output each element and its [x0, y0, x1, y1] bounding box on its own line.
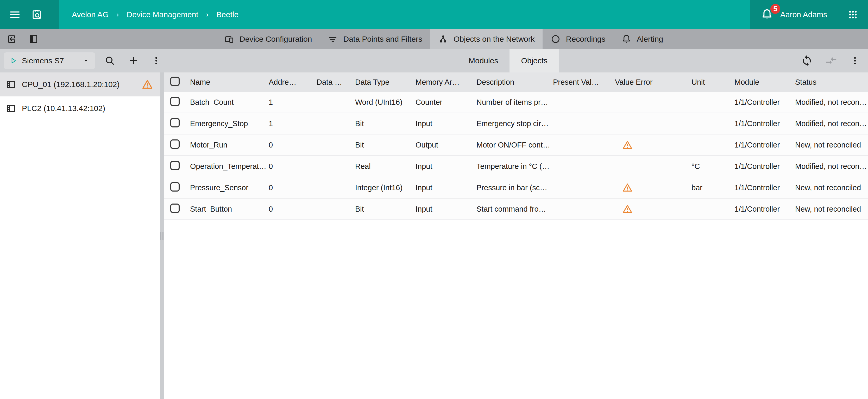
row-checkbox[interactable]: [170, 118, 180, 127]
table-row[interactable]: Emergency_Stop 1 Bit Input Emergency sto…: [164, 113, 868, 135]
cell-module: 1/1/Controller: [735, 141, 795, 149]
cell-status: New, not reconciled: [795, 205, 868, 213]
table-row[interactable]: Batch_Count 1 Word (UInt16) Counter Numb…: [164, 92, 868, 113]
select-all-checkbox[interactable]: [170, 77, 180, 86]
row-checkbox[interactable]: [170, 97, 180, 106]
tab-recordings[interactable]: Recordings: [542, 29, 613, 49]
tabbar-left-actions: [0, 34, 39, 45]
column-header-unit[interactable]: Unit: [691, 78, 735, 87]
cell-memory-area: Input: [415, 119, 476, 128]
filter-icon: [328, 34, 338, 44]
column-header-status[interactable]: Status: [795, 78, 868, 87]
row-checkbox[interactable]: [170, 161, 180, 170]
tab-device-configuration[interactable]: Device Configuration: [216, 29, 320, 49]
resize-handle-icon[interactable]: [161, 232, 163, 240]
cell-module: 1/1/Controller: [735, 205, 795, 213]
cell-module: 1/1/Controller: [735, 98, 795, 107]
bell-icon: [621, 34, 631, 44]
cell-description: Pressure in bar (sc…: [476, 183, 553, 192]
objects-toolbar: Siemens S7: [0, 49, 868, 73]
breadcrumb: Avelon AG › Device Management › Beetle: [59, 0, 750, 29]
driver-selector-value: Siemens S7: [22, 56, 64, 65]
cell-address: 0: [269, 183, 317, 192]
device-search-icon[interactable]: [31, 8, 43, 21]
table-row[interactable]: Operation_Temperat… 0 Real Input Tempera…: [164, 156, 868, 177]
tab-data-points-and-filters[interactable]: Data Points and Filters: [320, 29, 430, 49]
more-options-icon[interactable]: [151, 56, 161, 66]
sidebar-item-cpu01[interactable]: CPU_01 (192.168.1.20:102): [0, 73, 160, 96]
row-checkbox[interactable]: [170, 203, 180, 213]
breadcrumb-item-company[interactable]: Avelon AG: [72, 10, 108, 19]
add-object-icon[interactable]: [128, 55, 139, 66]
cell-memory-area: Output: [415, 141, 476, 149]
device-warning-icon: [142, 79, 153, 90]
column-header-data[interactable]: Data …: [317, 78, 355, 87]
user-name[interactable]: Aaron Adams: [780, 10, 827, 19]
column-header-name[interactable]: Name: [190, 78, 269, 87]
sidebar-item-plc2[interactable]: PLC2 (10.41.13.42:102): [0, 96, 160, 120]
table-row[interactable]: Start_Button 0 Bit Input Start command f…: [164, 199, 868, 220]
cell-description: Emergency stop cir…: [476, 119, 553, 128]
app-window: Avelon AG › Device Management › Beetle 5…: [0, 0, 868, 399]
top-app-bar: Avelon AG › Device Management › Beetle 5…: [0, 0, 868, 29]
cell-unit: bar: [691, 183, 735, 192]
notifications-button[interactable]: 5: [761, 8, 774, 21]
hamburger-menu-icon[interactable]: [9, 8, 21, 21]
device-label: PLC2 (10.41.13.42:102): [22, 104, 136, 113]
breadcrumb-separator: ›: [116, 10, 119, 19]
cell-address: 1: [269, 119, 317, 128]
value-error-warning-icon: [622, 140, 633, 150]
tab-alerting[interactable]: Alerting: [613, 29, 671, 49]
column-header-memory-area[interactable]: Memory Ar…: [415, 78, 476, 87]
device-section-tabs: Device Configuration Data Points and Fil…: [216, 29, 671, 49]
device-label: CPU_01 (192.168.1.20:102): [22, 80, 136, 89]
cell-data-type: Bit: [355, 119, 415, 128]
column-header-value-error[interactable]: Value Error: [615, 78, 691, 87]
toolbar-right-actions: [801, 49, 868, 73]
table-more-options-icon[interactable]: [850, 56, 860, 66]
devices-icon: [224, 34, 234, 44]
main-body: CPU_01 (192.168.1.20:102) PLC2 (10.41.13…: [0, 73, 868, 399]
tab-label: Objects on the Network: [454, 35, 535, 44]
sidebar-resize-divider[interactable]: [160, 73, 164, 399]
column-header-data-type[interactable]: Data Type: [355, 78, 415, 87]
cell-status: New, not reconciled: [795, 141, 868, 149]
row-checkbox[interactable]: [170, 182, 180, 192]
cell-status: Modified, not recon…: [795, 162, 868, 171]
tab-objects-on-the-network[interactable]: Objects on the Network: [430, 29, 542, 49]
cell-description: Temperature in °C (…: [476, 162, 553, 171]
toolbar-actions: [104, 55, 161, 66]
cell-status: New, not reconciled: [795, 183, 868, 192]
cell-module: 1/1/Controller: [735, 119, 795, 128]
view-tabs: Modules Objects: [457, 49, 559, 73]
cell-address: 0: [269, 141, 317, 149]
exit-back-icon[interactable]: [6, 34, 17, 45]
column-header-address[interactable]: Addre…: [269, 78, 317, 87]
tab-modules[interactable]: Modules: [457, 49, 509, 73]
search-icon[interactable]: [104, 55, 116, 66]
toggle-sidebar-icon[interactable]: [28, 34, 39, 45]
table-row[interactable]: Motor_Run 0 Bit Output Motor ON/OFF cont…: [164, 135, 868, 156]
breadcrumb-item-section[interactable]: Device Management: [127, 10, 198, 19]
column-header-description[interactable]: Description: [476, 78, 553, 87]
cell-memory-area: Input: [415, 183, 476, 192]
driver-selector[interactable]: Siemens S7: [4, 52, 95, 69]
cell-data-type: Bit: [355, 205, 415, 213]
table-row[interactable]: Pressure_Sensor 0 Integer (Int16) Input …: [164, 177, 868, 199]
cell-name: Emergency_Stop: [190, 119, 269, 128]
breadcrumb-item-device[interactable]: Beetle: [216, 10, 239, 19]
tab-objects[interactable]: Objects: [509, 49, 559, 73]
refresh-sync-icon[interactable]: [801, 55, 813, 67]
cell-name: Start_Button: [190, 205, 269, 213]
cell-module: 1/1/Controller: [735, 162, 795, 171]
cell-description: Number of items pr…: [476, 98, 553, 107]
column-header-module[interactable]: Module: [735, 78, 795, 87]
network-icon: [438, 34, 448, 44]
tab-label: Recordings: [566, 35, 606, 44]
apps-grid-icon[interactable]: [847, 9, 859, 20]
tab-label: Device Configuration: [240, 35, 312, 44]
row-checkbox[interactable]: [170, 139, 180, 149]
cell-name: Motor_Run: [190, 141, 269, 149]
column-header-present-value[interactable]: Present Val…: [553, 78, 615, 87]
cell-name: Batch_Count: [190, 98, 269, 107]
